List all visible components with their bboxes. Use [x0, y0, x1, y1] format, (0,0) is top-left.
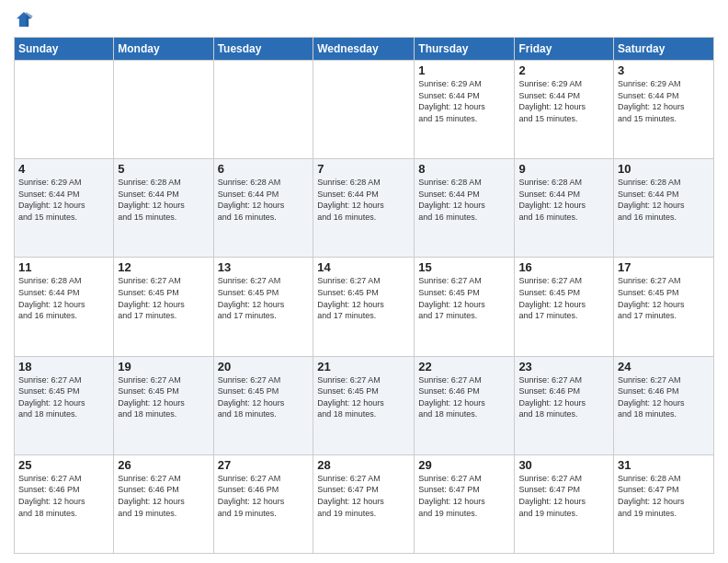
- calendar-cell: [15, 61, 114, 159]
- day-info: Sunrise: 6:28 AM Sunset: 6:44 PM Dayligh…: [518, 177, 609, 223]
- day-number: 16: [518, 260, 609, 274]
- calendar-cell: 12Sunrise: 6:27 AM Sunset: 6:45 PM Dayli…: [114, 258, 213, 356]
- day-number: 23: [518, 360, 609, 373]
- calendar-cell: 21Sunrise: 6:27 AM Sunset: 6:45 PM Dayli…: [313, 356, 415, 454]
- day-number: 6: [218, 162, 310, 176]
- calendar-cell: 25Sunrise: 6:27 AM Sunset: 6:46 PM Dayli…: [15, 454, 114, 553]
- calendar-header-row: SundayMondayTuesdayWednesdayThursdayFrid…: [15, 38, 714, 61]
- logo: [14, 9, 36, 29]
- calendar-cell: 3Sunrise: 6:29 AM Sunset: 6:44 PM Daylig…: [614, 61, 714, 159]
- day-number: 14: [317, 260, 410, 274]
- day-number: 25: [18, 458, 109, 472]
- calendar-cell: 30Sunrise: 6:27 AM Sunset: 6:47 PM Dayli…: [515, 454, 614, 553]
- calendar-cell: 11Sunrise: 6:28 AM Sunset: 6:44 PM Dayli…: [15, 258, 114, 356]
- calendar-cell: 10Sunrise: 6:28 AM Sunset: 6:44 PM Dayli…: [614, 159, 714, 258]
- day-info: Sunrise: 6:27 AM Sunset: 6:45 PM Dayligh…: [218, 374, 310, 420]
- day-info: Sunrise: 6:28 AM Sunset: 6:44 PM Dayligh…: [418, 177, 510, 223]
- day-header-saturday: Saturday: [614, 38, 714, 61]
- calendar-cell: [213, 61, 313, 159]
- day-number: 19: [118, 360, 209, 373]
- calendar-week-row: 18Sunrise: 6:27 AM Sunset: 6:45 PM Dayli…: [15, 356, 714, 454]
- day-info: Sunrise: 6:28 AM Sunset: 6:44 PM Dayligh…: [118, 177, 209, 223]
- logo-icon: [14, 9, 34, 29]
- day-number: 21: [317, 360, 410, 373]
- day-info: Sunrise: 6:27 AM Sunset: 6:45 PM Dayligh…: [317, 275, 410, 321]
- day-number: 11: [18, 260, 109, 274]
- calendar-week-row: 25Sunrise: 6:27 AM Sunset: 6:46 PM Dayli…: [15, 454, 714, 553]
- day-number: 31: [618, 458, 710, 472]
- calendar-cell: 19Sunrise: 6:27 AM Sunset: 6:45 PM Dayli…: [114, 356, 213, 454]
- day-number: 28: [317, 458, 410, 472]
- day-number: 8: [418, 162, 510, 176]
- calendar-cell: 6Sunrise: 6:28 AM Sunset: 6:44 PM Daylig…: [213, 159, 313, 258]
- day-info: Sunrise: 6:27 AM Sunset: 6:46 PM Dayligh…: [18, 473, 109, 519]
- day-number: 3: [618, 63, 710, 77]
- day-header-wednesday: Wednesday: [313, 38, 415, 61]
- day-info: Sunrise: 6:29 AM Sunset: 6:44 PM Dayligh…: [518, 78, 609, 124]
- calendar-cell: 1Sunrise: 6:29 AM Sunset: 6:44 PM Daylig…: [415, 61, 515, 159]
- day-info: Sunrise: 6:27 AM Sunset: 6:47 PM Dayligh…: [418, 473, 510, 519]
- day-info: Sunrise: 6:27 AM Sunset: 6:46 PM Dayligh…: [218, 473, 310, 519]
- calendar-cell: [313, 61, 415, 159]
- day-number: 17: [618, 260, 710, 274]
- day-number: 1: [418, 63, 510, 77]
- calendar-cell: 13Sunrise: 6:27 AM Sunset: 6:45 PM Dayli…: [213, 258, 313, 356]
- day-info: Sunrise: 6:27 AM Sunset: 6:47 PM Dayligh…: [518, 473, 609, 519]
- calendar-cell: 28Sunrise: 6:27 AM Sunset: 6:47 PM Dayli…: [313, 454, 415, 553]
- calendar-cell: 9Sunrise: 6:28 AM Sunset: 6:44 PM Daylig…: [515, 159, 614, 258]
- day-info: Sunrise: 6:27 AM Sunset: 6:45 PM Dayligh…: [418, 275, 510, 321]
- day-number: 15: [418, 260, 510, 274]
- day-info: Sunrise: 6:27 AM Sunset: 6:45 PM Dayligh…: [218, 275, 310, 321]
- calendar-week-row: 4Sunrise: 6:29 AM Sunset: 6:44 PM Daylig…: [15, 159, 714, 258]
- calendar-cell: 23Sunrise: 6:27 AM Sunset: 6:46 PM Dayli…: [515, 356, 614, 454]
- day-number: 13: [218, 260, 310, 274]
- day-info: Sunrise: 6:27 AM Sunset: 6:45 PM Dayligh…: [618, 275, 710, 321]
- calendar-cell: 8Sunrise: 6:28 AM Sunset: 6:44 PM Daylig…: [415, 159, 515, 258]
- calendar-cell: 18Sunrise: 6:27 AM Sunset: 6:45 PM Dayli…: [15, 356, 114, 454]
- calendar-cell: [114, 61, 213, 159]
- svg-marker-1: [26, 12, 32, 27]
- day-number: 5: [118, 162, 209, 176]
- calendar-cell: 15Sunrise: 6:27 AM Sunset: 6:45 PM Dayli…: [415, 258, 515, 356]
- day-number: 30: [518, 458, 609, 472]
- calendar-cell: 7Sunrise: 6:28 AM Sunset: 6:44 PM Daylig…: [313, 159, 415, 258]
- calendar-week-row: 1Sunrise: 6:29 AM Sunset: 6:44 PM Daylig…: [15, 61, 714, 159]
- calendar-cell: 5Sunrise: 6:28 AM Sunset: 6:44 PM Daylig…: [114, 159, 213, 258]
- day-number: 29: [418, 458, 510, 472]
- calendar: SundayMondayTuesdayWednesdayThursdayFrid…: [14, 37, 714, 554]
- day-info: Sunrise: 6:27 AM Sunset: 6:46 PM Dayligh…: [418, 374, 510, 420]
- calendar-cell: 22Sunrise: 6:27 AM Sunset: 6:46 PM Dayli…: [415, 356, 515, 454]
- day-info: Sunrise: 6:28 AM Sunset: 6:44 PM Dayligh…: [218, 177, 310, 223]
- header: [14, 9, 714, 29]
- day-header-sunday: Sunday: [15, 38, 114, 61]
- day-info: Sunrise: 6:28 AM Sunset: 6:47 PM Dayligh…: [618, 473, 710, 519]
- day-info: Sunrise: 6:28 AM Sunset: 6:44 PM Dayligh…: [18, 275, 109, 321]
- day-info: Sunrise: 6:27 AM Sunset: 6:46 PM Dayligh…: [118, 473, 209, 519]
- day-number: 12: [118, 260, 209, 274]
- day-header-thursday: Thursday: [415, 38, 515, 61]
- day-header-friday: Friday: [515, 38, 614, 61]
- day-info: Sunrise: 6:27 AM Sunset: 6:46 PM Dayligh…: [518, 374, 609, 420]
- day-info: Sunrise: 6:27 AM Sunset: 6:46 PM Dayligh…: [618, 374, 710, 420]
- day-number: 9: [518, 162, 609, 176]
- day-number: 7: [317, 162, 410, 176]
- calendar-cell: 27Sunrise: 6:27 AM Sunset: 6:46 PM Dayli…: [213, 454, 313, 553]
- calendar-cell: 29Sunrise: 6:27 AM Sunset: 6:47 PM Dayli…: [415, 454, 515, 553]
- day-number: 18: [18, 360, 109, 373]
- day-info: Sunrise: 6:29 AM Sunset: 6:44 PM Dayligh…: [618, 78, 710, 124]
- calendar-cell: 14Sunrise: 6:27 AM Sunset: 6:45 PM Dayli…: [313, 258, 415, 356]
- day-info: Sunrise: 6:28 AM Sunset: 6:44 PM Dayligh…: [317, 177, 410, 223]
- day-number: 20: [218, 360, 310, 373]
- day-info: Sunrise: 6:27 AM Sunset: 6:47 PM Dayligh…: [317, 473, 410, 519]
- day-number: 10: [618, 162, 710, 176]
- calendar-cell: 26Sunrise: 6:27 AM Sunset: 6:46 PM Dayli…: [114, 454, 213, 553]
- calendar-cell: 20Sunrise: 6:27 AM Sunset: 6:45 PM Dayli…: [213, 356, 313, 454]
- day-info: Sunrise: 6:28 AM Sunset: 6:44 PM Dayligh…: [618, 177, 710, 223]
- day-header-monday: Monday: [114, 38, 213, 61]
- day-number: 27: [218, 458, 310, 472]
- calendar-week-row: 11Sunrise: 6:28 AM Sunset: 6:44 PM Dayli…: [15, 258, 714, 356]
- calendar-cell: 2Sunrise: 6:29 AM Sunset: 6:44 PM Daylig…: [515, 61, 614, 159]
- day-info: Sunrise: 6:27 AM Sunset: 6:45 PM Dayligh…: [118, 374, 209, 420]
- day-info: Sunrise: 6:29 AM Sunset: 6:44 PM Dayligh…: [418, 78, 510, 124]
- calendar-cell: 4Sunrise: 6:29 AM Sunset: 6:44 PM Daylig…: [15, 159, 114, 258]
